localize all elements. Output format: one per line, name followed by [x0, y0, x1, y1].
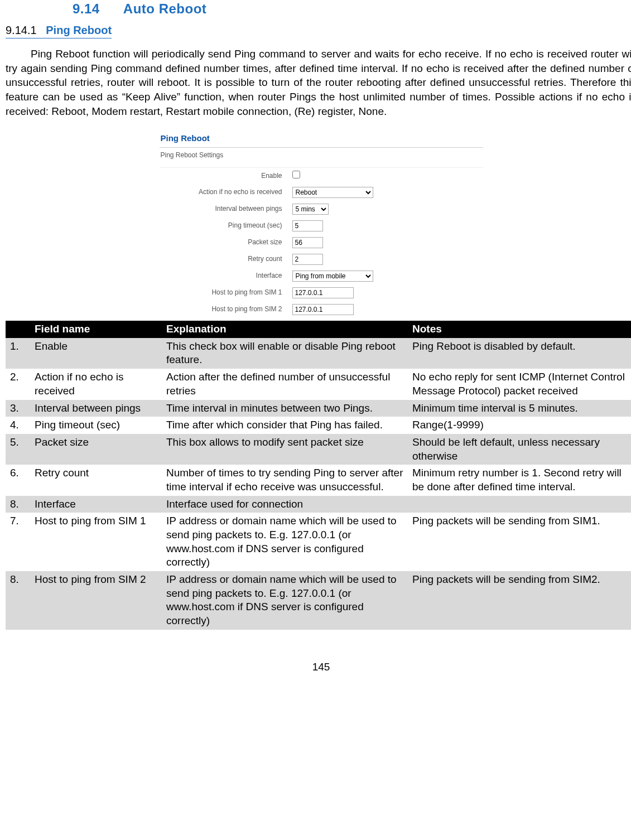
cell-explanation: Number of times to try sending Ping to s…	[162, 465, 408, 495]
cell-explanation: This check box will enable or disable Pi…	[162, 338, 408, 369]
row-enable: Enable	[160, 168, 483, 184]
label-interface: Interface	[160, 272, 292, 281]
cell-notes	[408, 496, 631, 513]
enable-checkbox[interactable]	[292, 171, 300, 178]
cell-explanation: IP address or domain name which will be …	[162, 513, 408, 571]
th-blank	[6, 321, 30, 338]
action-select[interactable]: Reboot	[292, 187, 373, 198]
interface-select[interactable]: Ping from mobile	[292, 271, 373, 282]
page-number: 145	[6, 660, 631, 674]
cell-num: 8.	[6, 571, 30, 630]
row-timeout: Ping timeout (sec)	[160, 218, 483, 234]
label-interval: Interval between pings	[160, 205, 292, 214]
table-row: 3.Interval between pingsTime interval in…	[6, 400, 631, 417]
cell-num: 1.	[6, 338, 30, 369]
cell-notes: Minimum time interval is 5 minutes.	[408, 400, 631, 417]
th-notes: Notes	[408, 321, 631, 338]
subsection-heading-wrap: 9.14.1 Ping Reboot	[6, 17, 631, 38]
heading-num: 9.14	[73, 1, 100, 16]
cell-explanation: This box allows to modify sent packet si…	[162, 434, 408, 465]
panel-section-label: Ping Reboot Settings	[160, 148, 483, 168]
cell-field: Interface	[30, 496, 162, 513]
table-row: 2.Action if no echo is receivedAction af…	[6, 369, 631, 399]
cell-notes: Ping packets will be sending from SIM2.	[408, 571, 631, 630]
retry-input[interactable]	[292, 254, 323, 265]
packet-input[interactable]	[292, 237, 323, 248]
cell-notes: Range(1-9999)	[408, 417, 631, 434]
cell-field: Host to ping from SIM 1	[30, 513, 162, 571]
table-row: 8.InterfaceInterface used for connection	[6, 496, 631, 513]
host1-input[interactable]	[292, 287, 354, 298]
cell-explanation: Time after which consider that Ping has …	[162, 417, 408, 434]
subheading-title: Ping Reboot	[46, 24, 112, 36]
label-timeout: Ping timeout (sec)	[160, 221, 292, 230]
cell-num: 8.	[6, 496, 30, 513]
cell-num: 3.	[6, 400, 30, 417]
cell-explanation: Action after the defined number of unsuc…	[162, 369, 408, 399]
heading-title: Auto Reboot	[123, 1, 206, 16]
label-packet: Packet size	[160, 238, 292, 247]
cell-notes: Ping packets will be sending from SIM1.	[408, 513, 631, 571]
cell-notes: Minimum retry number is 1. Second retry …	[408, 465, 631, 495]
cell-explanation: IP address or domain name which will be …	[162, 571, 408, 630]
intro-paragraph: Ping Reboot function will periodically s…	[6, 47, 631, 118]
cell-field: Retry count	[30, 465, 162, 495]
th-explanation: Explanation	[162, 321, 408, 338]
panel-title: Ping Reboot	[160, 129, 483, 148]
cell-field: Ping timeout (sec)	[30, 417, 162, 434]
row-host1: Host to ping from SIM 1	[160, 284, 483, 301]
field-table: Field name Explanation Notes 1.EnableThi…	[6, 321, 631, 630]
row-packet: Packet size	[160, 234, 483, 251]
label-action: Action if no echo is received	[160, 188, 292, 197]
cell-explanation: Interface used for connection	[162, 496, 408, 513]
row-action: Action if no echo is received Reboot	[160, 184, 483, 201]
label-enable: Enable	[160, 172, 292, 181]
cell-notes: Ping Reboot is disabled by default.	[408, 338, 631, 369]
table-row: 8.Host to ping from SIM 2IP address or d…	[6, 571, 631, 630]
cell-notes: Should be left default, unless necessary…	[408, 434, 631, 465]
th-fieldname: Field name	[30, 321, 162, 338]
cell-notes: No echo reply for sent ICMP (Internet Co…	[408, 369, 631, 399]
cell-field: Interval between pings	[30, 400, 162, 417]
section-heading: 9.14 Auto Reboot	[6, 0, 631, 17]
label-host1: Host to ping from SIM 1	[160, 288, 292, 297]
cell-num: 6.	[6, 465, 30, 495]
label-retry: Retry count	[160, 255, 292, 264]
row-retry: Retry count	[160, 251, 483, 268]
cell-num: 4.	[6, 417, 30, 434]
timeout-input[interactable]	[292, 220, 323, 231]
table-row: 4.Ping timeout (sec)Time after which con…	[6, 417, 631, 434]
row-host2: Host to ping from SIM 2	[160, 301, 483, 318]
host2-input[interactable]	[292, 304, 354, 315]
settings-panel: Ping Reboot Ping Reboot Settings Enable …	[160, 129, 483, 318]
cell-field: Packet size	[30, 434, 162, 465]
table-row: 6.Retry countNumber of times to try send…	[6, 465, 631, 495]
cell-field: Enable	[30, 338, 162, 369]
table-row: 1.EnableThis check box will enable or di…	[6, 338, 631, 369]
cell-explanation: Time interval in minutes between two Pin…	[162, 400, 408, 417]
row-interval: Interval between pings 5 mins	[160, 201, 483, 218]
row-interface: Interface Ping from mobile	[160, 268, 483, 284]
cell-field: Action if no echo is received	[30, 369, 162, 399]
settings-panel-wrap: Ping Reboot Ping Reboot Settings Enable …	[6, 129, 631, 318]
cell-field: Host to ping from SIM 2	[30, 571, 162, 630]
subheading-num: 9.14.1	[6, 24, 37, 36]
interval-select[interactable]: 5 mins	[292, 204, 329, 215]
label-host2: Host to ping from SIM 2	[160, 305, 292, 314]
table-row: 5.Packet sizeThis box allows to modify s…	[6, 434, 631, 465]
cell-num: 7.	[6, 513, 30, 571]
cell-num: 5.	[6, 434, 30, 465]
cell-num: 2.	[6, 369, 30, 399]
table-row: 7.Host to ping from SIM 1IP address or d…	[6, 513, 631, 571]
